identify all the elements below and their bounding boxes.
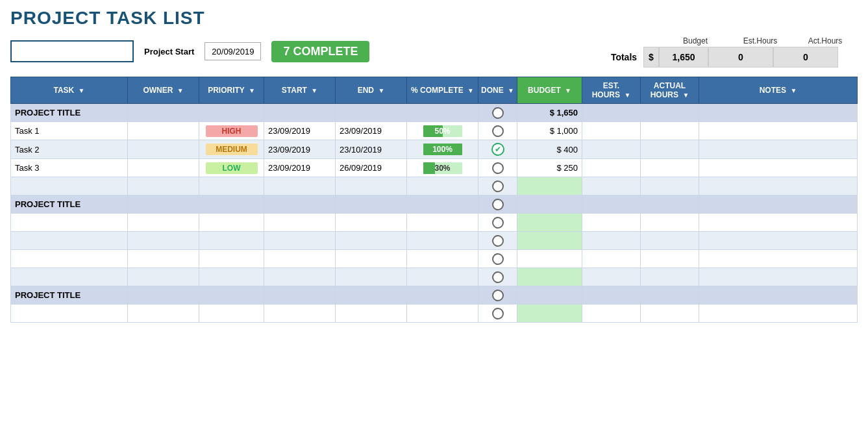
actualhours-cell <box>641 195 699 214</box>
col-header-notes[interactable]: NOTES ▼ <box>699 77 858 104</box>
done-cell[interactable] <box>478 305 517 323</box>
budget-cell <box>517 232 582 250</box>
done-check-icon[interactable]: ✔ <box>491 143 504 156</box>
totals-main-label: Totals <box>604 47 643 68</box>
col-header-budget[interactable]: BUDGET ▼ <box>517 77 582 104</box>
table-row <box>11 250 858 268</box>
col-header-esthours[interactable]: EST.HOURS ▼ <box>582 77 641 104</box>
priority-col-dropdown-icon[interactable]: ▼ <box>249 87 255 94</box>
done-cell[interactable] <box>478 122 517 140</box>
budget-cell <box>517 250 582 268</box>
table-row <box>11 214 858 232</box>
esthours-cell <box>582 104 641 122</box>
done-circle-icon[interactable] <box>492 125 504 137</box>
task-table: TASK ▼ OWNER ▼ PRIORITY ▼ START ▼ END ▼ … <box>10 77 858 323</box>
page-title: PROJECT TASK LIST <box>10 8 858 29</box>
col-header-start[interactable]: START ▼ <box>264 77 336 104</box>
done-cell[interactable] <box>478 232 517 250</box>
task-cell <box>11 305 128 323</box>
done-circle-icon[interactable] <box>492 181 504 192</box>
col-header-priority[interactable]: PRIORITY ▼ <box>199 77 264 104</box>
table-row: PROJECT TITLE <box>11 286 858 305</box>
start-cell <box>264 305 336 323</box>
budget-col-dropdown-icon[interactable]: ▼ <box>565 87 571 94</box>
table-row: PROJECT TITLE <box>11 195 858 214</box>
done-circle-icon[interactable] <box>492 107 504 119</box>
done-cell[interactable] <box>478 286 517 305</box>
actualhours-col-dropdown-icon[interactable]: ▼ <box>682 92 689 99</box>
task-cell <box>11 268 128 286</box>
col-header-end[interactable]: END ▼ <box>336 77 407 104</box>
owner-cell <box>128 268 199 286</box>
done-cell[interactable] <box>478 159 517 177</box>
totals-acthours-value: 0 <box>773 47 838 68</box>
done-circle-icon[interactable] <box>492 253 504 265</box>
end-cell <box>336 177 407 195</box>
actualhours-cell <box>641 122 699 140</box>
notes-cell <box>699 122 858 140</box>
end-cell <box>336 195 407 214</box>
col-header-task[interactable]: TASK ▼ <box>11 77 128 104</box>
owner-cell <box>128 159 199 177</box>
priority-badge: MEDIUM <box>206 143 258 155</box>
col-header-actualhours[interactable]: ACTUALHOURS ▼ <box>641 77 699 104</box>
done-cell[interactable] <box>478 177 517 195</box>
owner-col-dropdown-icon[interactable]: ▼ <box>177 87 184 94</box>
done-cell[interactable] <box>478 195 517 214</box>
done-circle-icon[interactable] <box>492 235 504 247</box>
notes-cell <box>699 214 858 232</box>
priority-badge: LOW <box>206 162 258 174</box>
end-col-dropdown-icon[interactable]: ▼ <box>378 87 384 94</box>
end-cell <box>336 250 407 268</box>
project-name-input[interactable] <box>10 40 134 62</box>
task-cell: Task 2 <box>11 140 128 159</box>
done-cell[interactable] <box>478 214 517 232</box>
budget-cell <box>517 268 582 286</box>
start-col-dropdown-icon[interactable]: ▼ <box>311 87 317 94</box>
notes-cell <box>699 104 858 122</box>
start-cell <box>264 177 336 195</box>
done-col-dropdown-icon[interactable]: ▼ <box>508 87 514 94</box>
notes-cell <box>699 177 858 195</box>
complete-col-dropdown-icon[interactable]: ▼ <box>467 87 474 94</box>
notes-col-dropdown-icon[interactable]: ▼ <box>790 87 797 94</box>
totals-budget-value: 1,650 <box>659 47 708 68</box>
budget-cell: $ 1,000 <box>517 122 582 140</box>
progress-bar: 100% <box>423 143 462 155</box>
notes-cell <box>699 232 858 250</box>
esthours-cell <box>582 286 641 305</box>
done-circle-icon[interactable] <box>492 271 504 283</box>
done-cell[interactable] <box>478 250 517 268</box>
col-header-done[interactable]: DONE ▼ <box>478 77 517 104</box>
table-row <box>11 305 858 323</box>
end-cell: 23/10/2019 <box>336 140 407 159</box>
col-header-owner[interactable]: OWNER ▼ <box>128 77 199 104</box>
done-circle-icon[interactable] <box>492 162 504 174</box>
end-cell: 23/09/2019 <box>336 122 407 140</box>
project-start-value: 20/09/2019 <box>205 42 261 60</box>
notes-cell <box>699 286 858 305</box>
done-circle-icon[interactable] <box>492 308 504 319</box>
owner-cell <box>128 305 199 323</box>
table-row <box>11 232 858 250</box>
start-cell <box>264 214 336 232</box>
progress-bar-text: 50% <box>434 127 450 136</box>
owner-cell <box>128 214 199 232</box>
col-header-complete[interactable]: % COMPLETE ▼ <box>407 77 478 104</box>
task-col-dropdown-icon[interactable]: ▼ <box>79 87 85 94</box>
budget-label: Budget <box>663 35 728 47</box>
esthours-col-dropdown-icon[interactable]: ▼ <box>624 92 630 99</box>
progress-bar-fill <box>423 162 435 174</box>
done-cell[interactable] <box>478 268 517 286</box>
complete-cell <box>407 104 478 122</box>
budget-cell: $ 1,650 <box>517 104 582 122</box>
owner-cell <box>128 286 199 305</box>
budget-cell <box>517 286 582 305</box>
done-cell[interactable] <box>478 104 517 122</box>
complete-cell: 50% <box>407 122 478 140</box>
done-cell[interactable]: ✔ <box>478 140 517 159</box>
done-circle-icon[interactable] <box>492 290 504 301</box>
done-circle-icon[interactable] <box>492 199 504 210</box>
priority-cell <box>199 250 264 268</box>
done-circle-icon[interactable] <box>492 217 504 229</box>
